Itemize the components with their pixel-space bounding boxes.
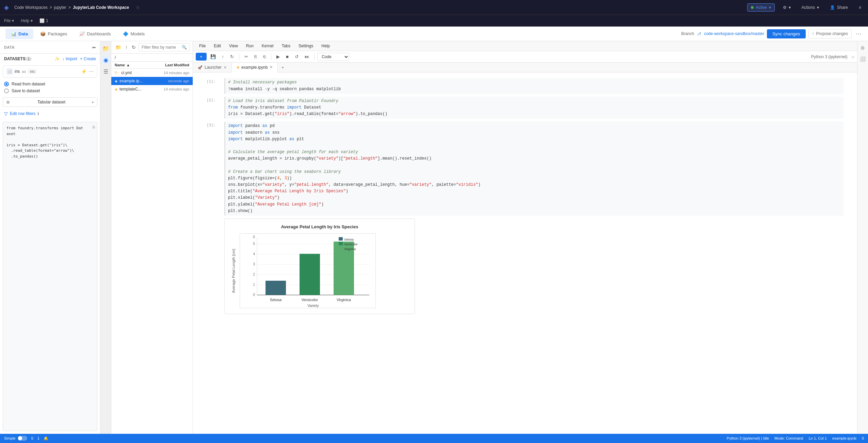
collapse-icon[interactable]: ⬅ (92, 45, 96, 50)
simple-toggle[interactable]: Simple (4, 436, 27, 441)
import-button[interactable]: ↓ Import (62, 56, 77, 61)
datasets-actions: ✨ ↓ Import + Create (54, 56, 96, 61)
upload-icon[interactable]: ↑ (124, 43, 129, 51)
fb-refresh-icon[interactable]: ↻ (130, 43, 137, 51)
filter-info-icon[interactable]: ℹ (37, 111, 39, 116)
status-icon-bell[interactable]: 🔔 (44, 436, 48, 441)
more-icon[interactable]: ⋯ (89, 69, 94, 74)
fb-header-name[interactable]: Name ▲ (115, 63, 152, 67)
settings-button[interactable]: ⚙ ▾ (780, 4, 793, 11)
transform-icon[interactable]: ⚡ (81, 69, 87, 74)
save-button[interactable]: 💾 (208, 52, 218, 61)
fast-forward-button[interactable]: ⏭ (302, 52, 311, 61)
help-menu[interactable]: Help ▾ (21, 18, 33, 23)
tab-launcher[interactable]: 🚀 Launcher ✕ (193, 63, 232, 72)
add-cell-button[interactable]: + (196, 53, 207, 61)
circle-icon[interactable]: ◉ (101, 55, 110, 64)
create-button[interactable]: + Create (80, 56, 96, 61)
launcher-label: Launcher (205, 65, 222, 70)
tab-packages[interactable]: 📦 Packages (35, 29, 73, 39)
filter-section: ▽ Edit row filters ℹ (0, 108, 100, 119)
c3-comment1: # Calculate the average petal length for… (228, 150, 358, 154)
breadcrumb-workspace[interactable]: Code Workspaces (14, 5, 48, 10)
cell-2-import: import (287, 105, 302, 110)
cell-3: [3]: import pandas as pd import seaborn … (207, 121, 843, 317)
edit-row-filters-button[interactable]: Edit row filters (10, 111, 35, 116)
search-input[interactable] (142, 45, 180, 50)
share-button[interactable]: 👤 Share (827, 4, 851, 11)
tab-dashboards[interactable]: 📈 Dashboards (74, 29, 116, 39)
menu-kernel[interactable]: Kernel (259, 43, 276, 49)
restart-button[interactable]: ↺ (292, 52, 301, 61)
add-tab-button[interactable]: + (278, 63, 287, 72)
menu-settings[interactable]: Settings (296, 43, 316, 49)
upload-button[interactable]: ↑ (220, 52, 227, 61)
paste-button[interactable]: ⎗ (261, 52, 268, 61)
models-icon: 🔷 (123, 31, 128, 36)
copy-button[interactable]: ⎘ (252, 52, 259, 61)
data-icon: 📊 (11, 31, 16, 36)
svg-rect-20 (339, 242, 343, 245)
menu-button[interactable]: ≡ (856, 4, 864, 11)
fb-header: Name ▲ Last Modified (111, 62, 193, 69)
svg-text:2: 2 (253, 273, 255, 276)
status-count-0: 0 (31, 436, 33, 440)
radio-save[interactable]: Save to dataset (4, 88, 96, 93)
c3-num1: 4 (277, 176, 279, 181)
favorite-icon[interactable]: ☆ (136, 5, 140, 10)
c3-as2: as (265, 130, 270, 135)
cell-2: [2]: # Load the iris dataset from Palant… (207, 97, 843, 119)
left-panel-header: DATA ⬅ (0, 41, 100, 54)
run-button[interactable]: ▶ (274, 52, 282, 61)
menu-edit[interactable]: Edit (211, 43, 224, 49)
menu-help[interactable]: Help (319, 43, 333, 49)
magic-wand-icon[interactable]: ✨ (54, 56, 60, 61)
tab-models[interactable]: 🔷 Models (117, 29, 150, 39)
menu-view[interactable]: View (226, 43, 241, 49)
svg-text:6: 6 (253, 235, 255, 239)
file-menu[interactable]: File ▾ (4, 18, 14, 23)
settings-right-icon[interactable]: ⚙ (859, 44, 866, 52)
file-item-yaml[interactable]: Y: ci.yml 14 minutes ago (111, 69, 193, 77)
simple-label: Simple (4, 436, 16, 440)
menu-file[interactable]: File (196, 43, 208, 49)
menu-tabs[interactable]: Tabs (279, 43, 293, 49)
tab-notebook[interactable]: ◈ example.ipynb ✕ (232, 63, 278, 72)
toggle-switch[interactable] (18, 436, 27, 441)
cell-1-code[interactable]: # Install necessary packages !mamba inst… (224, 78, 843, 94)
yaml-modified: 14 minutes ago (155, 71, 189, 75)
svg-text:3: 3 (253, 262, 255, 266)
svg-text:Setosa: Setosa (344, 238, 354, 241)
data-label: Data (18, 31, 28, 36)
c3-import2: import (228, 130, 243, 135)
status-left: Simple 0 1 🔔 (4, 436, 48, 441)
breadcrumb-jupyter[interactable]: jupyter (54, 5, 66, 10)
svg-text:Versicolor: Versicolor (302, 298, 318, 302)
file-item-notebook[interactable]: ◈ example.ip... seconds ago (111, 77, 193, 85)
top-bar: ◈ Code Workspaces > jupyter > JupyterLab… (0, 0, 868, 15)
propose-button[interactable]: ↑ Propose changes (808, 29, 852, 38)
cut-button[interactable]: ✂ (242, 52, 251, 61)
menu-run[interactable]: Run (243, 43, 256, 49)
list-icon[interactable]: ☰ (101, 67, 110, 76)
tab-data[interactable]: 📊 Data (5, 29, 33, 39)
notebook-close[interactable]: ✕ (270, 65, 273, 69)
cell-type-select[interactable]: Code Markdown Raw (317, 53, 349, 61)
copy-code-button[interactable]: ⎘ (93, 124, 95, 130)
file-item-template[interactable]: ◈ templateC... 14 minutes ago (111, 85, 193, 93)
cell-2-code[interactable]: # Load the iris dataset from Palantir Fo… (224, 97, 843, 119)
svg-text:5: 5 (253, 242, 255, 246)
actions-button[interactable]: Actions ▾ (799, 4, 822, 11)
extensions-right-icon[interactable]: ⬜ (858, 55, 867, 63)
tabular-dropdown[interactable]: ⊞ Tabular dataset ▾ (3, 97, 97, 107)
active-status[interactable]: Active ▾ (747, 3, 775, 12)
radio-read[interactable]: Read from dataset (4, 82, 96, 86)
folder-icon[interactable]: 📁 (101, 44, 110, 53)
sync-button[interactable]: Sync changes (767, 29, 806, 38)
launcher-close[interactable]: ✕ (224, 65, 227, 70)
nav-more-button[interactable]: ⋯ (854, 29, 863, 38)
folder-new-icon[interactable]: 📁 (114, 43, 123, 51)
refresh-button[interactable]: ↻ (228, 52, 236, 61)
cell-3-code[interactable]: import pandas as pd import seaborn as sn… (224, 121, 843, 216)
stop-button[interactable]: ■ (284, 52, 291, 61)
